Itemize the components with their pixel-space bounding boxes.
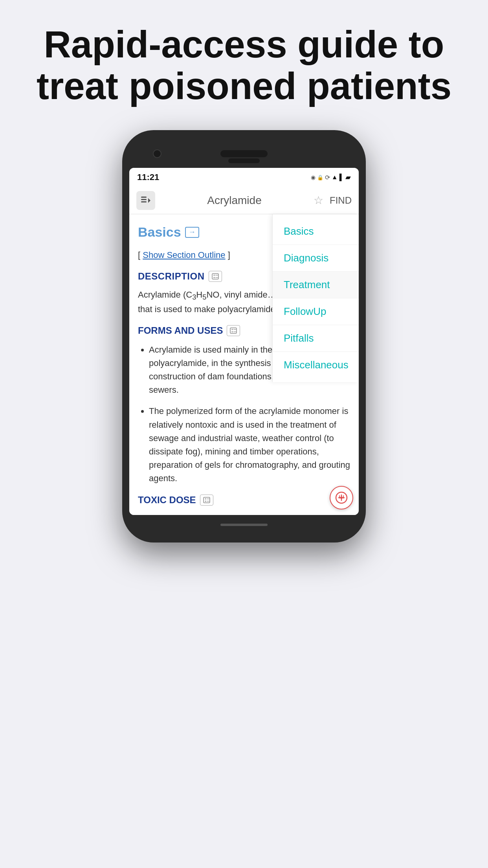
svg-point-15 bbox=[205, 498, 206, 500]
sync-icon bbox=[325, 174, 330, 181]
find-button[interactable]: FIND bbox=[330, 195, 352, 206]
star-icon[interactable]: ☆ bbox=[314, 194, 323, 207]
phone-screen: 11:21 bbox=[129, 168, 359, 515]
svg-point-6 bbox=[213, 277, 215, 278]
app-logo[interactable] bbox=[136, 191, 155, 210]
svg-rect-1 bbox=[141, 199, 147, 200]
overlay-nav-menu: Basics Diagnosis Treatment FollowUp Pitf… bbox=[272, 214, 359, 382]
svg-rect-0 bbox=[141, 197, 147, 198]
signal-icon bbox=[339, 174, 344, 181]
status-icons bbox=[311, 173, 351, 182]
phone-container: 11:21 bbox=[122, 130, 366, 542]
forms-uses-label: FORMS AND USES bbox=[138, 324, 223, 338]
svg-point-22 bbox=[340, 497, 343, 499]
location-icon bbox=[311, 174, 316, 181]
svg-rect-4 bbox=[212, 274, 218, 279]
description-label: DESCRIPTION bbox=[138, 269, 205, 283]
phone-top-bar bbox=[129, 142, 359, 166]
svg-marker-3 bbox=[148, 198, 150, 203]
battery-icon bbox=[345, 173, 351, 182]
basics-arrow-icon[interactable]: → bbox=[185, 227, 199, 238]
status-bar: 11:21 bbox=[129, 168, 359, 187]
outline-prefix: [ bbox=[138, 250, 143, 260]
basics-label: Basics bbox=[138, 222, 181, 242]
show-outline-link[interactable]: Show Section Outline bbox=[143, 250, 225, 260]
toxic-dose-heading: TOXIC DOSE bbox=[138, 493, 350, 507]
page-wrapper: Rapid-access guide to treat poisoned pat… bbox=[0, 0, 488, 868]
nav-item-basics[interactable]: Basics bbox=[273, 218, 359, 245]
svg-rect-2 bbox=[141, 201, 147, 202]
phone-speaker bbox=[220, 150, 268, 157]
nav-item-miscellaneous[interactable]: Miscellaneous bbox=[273, 352, 359, 378]
phone-earpiece bbox=[228, 158, 260, 163]
app-title: Acrylamide bbox=[161, 194, 308, 207]
nav-item-diagnosis[interactable]: Diagnosis bbox=[273, 245, 359, 272]
content-area: Basics Diagnosis Treatment FollowUp Pitf… bbox=[129, 214, 359, 515]
fab-button[interactable] bbox=[330, 486, 353, 509]
nav-item-treatment[interactable]: Treatment bbox=[273, 272, 359, 298]
nav-item-followup[interactable]: FollowUp bbox=[273, 298, 359, 325]
app-header: Acrylamide ☆ FIND bbox=[129, 187, 359, 214]
phone-shell: 11:21 bbox=[122, 130, 366, 542]
svg-point-10 bbox=[232, 329, 233, 330]
list-item-2: The polymerized form of the acrylamide m… bbox=[149, 405, 350, 485]
status-time: 11:21 bbox=[137, 172, 159, 182]
svg-rect-9 bbox=[230, 328, 237, 333]
forms-uses-icon-box[interactable] bbox=[227, 325, 240, 336]
phone-bottom-bar bbox=[129, 519, 359, 531]
home-indicator bbox=[220, 524, 268, 526]
wifi-icon bbox=[332, 174, 338, 181]
header-actions: ☆ FIND bbox=[314, 194, 352, 207]
svg-point-11 bbox=[232, 331, 233, 333]
phone-camera bbox=[153, 149, 161, 158]
description-icon-box[interactable] bbox=[209, 271, 222, 282]
svg-point-16 bbox=[205, 501, 206, 502]
hero-title: Rapid-access guide to treat poisoned pat… bbox=[0, 24, 488, 107]
lock-icon bbox=[317, 174, 323, 181]
toxic-dose-icon-box[interactable] bbox=[200, 495, 213, 506]
svg-point-5 bbox=[213, 275, 215, 276]
outline-suffix: ] bbox=[226, 250, 230, 260]
toxic-dose-label: TOXIC DOSE bbox=[138, 493, 196, 507]
svg-rect-14 bbox=[204, 497, 210, 503]
nav-item-pitfalls[interactable]: Pitfalls bbox=[273, 325, 359, 352]
